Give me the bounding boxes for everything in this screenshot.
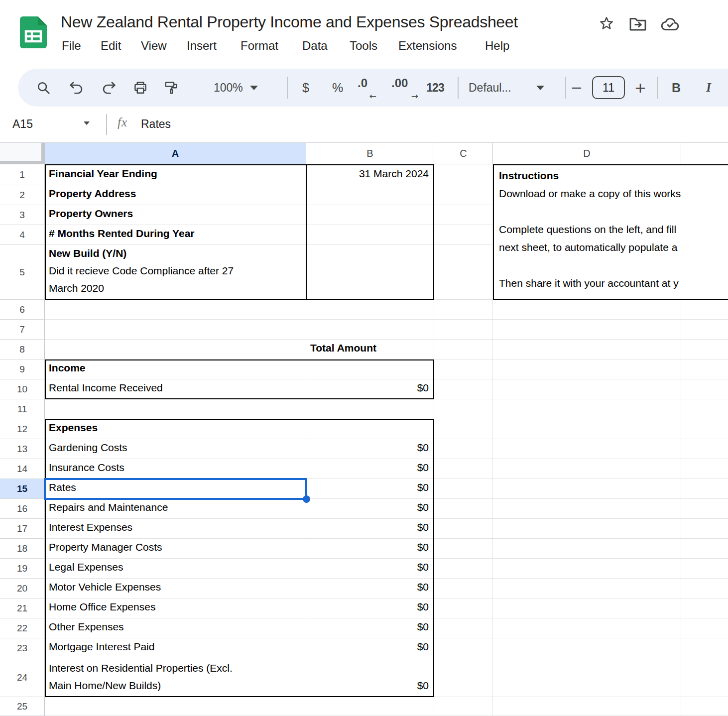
cell-A19[interactable]: Legal Expenses — [45, 559, 306, 579]
font-size-input[interactable]: 11 — [592, 75, 625, 101]
cell-C20[interactable] — [434, 579, 493, 598]
cell-C9[interactable] — [434, 359, 493, 379]
cell-E13[interactable] — [681, 439, 728, 459]
cell-A20[interactable]: Motor Vehicle Expenses — [45, 579, 306, 598]
cell-B8[interactable]: Total Amount — [306, 340, 434, 359]
cell-C3[interactable] — [434, 205, 493, 225]
cell-D11[interactable] — [493, 399, 681, 419]
menu-item-help[interactable]: Help — [485, 39, 509, 53]
cell-A22[interactable]: Other Expenses — [45, 618, 306, 638]
cell-A11[interactable] — [45, 399, 306, 419]
bold-button[interactable]: B — [672, 75, 681, 101]
cell-A13[interactable]: Gardening Costs — [45, 439, 306, 459]
cell-D6[interactable] — [493, 300, 681, 320]
cell-C24[interactable] — [434, 658, 493, 697]
row-header-6[interactable]: 6 — [0, 300, 45, 320]
cell-A1[interactable]: Financial Year Ending — [45, 164, 306, 185]
menu-item-extensions[interactable]: Extensions — [398, 39, 457, 53]
menu-item-format[interactable]: Format — [241, 39, 278, 53]
row-header-23[interactable]: 23 — [0, 638, 45, 658]
menu-item-tools[interactable]: Tools — [350, 39, 377, 53]
cell-C11[interactable] — [434, 399, 493, 419]
cell-E10[interactable] — [681, 379, 728, 399]
cell-B23[interactable]: $0 — [306, 638, 434, 658]
cell-B18[interactable]: $0 — [306, 539, 434, 559]
cell-B12[interactable] — [306, 419, 434, 439]
cell-B21[interactable]: $0 — [306, 598, 434, 618]
cell-C14[interactable] — [434, 459, 493, 479]
menu-item-view[interactable]: View — [141, 39, 167, 53]
column-header-C[interactable]: C — [434, 143, 493, 164]
row-header-10[interactable]: 10 — [0, 379, 45, 399]
cell-B13[interactable]: $0 — [306, 439, 434, 459]
cell-B14[interactable]: $0 — [306, 459, 434, 479]
cell-A14[interactable]: Insurance Costs — [45, 459, 306, 479]
cell-D18[interactable] — [493, 539, 681, 559]
decrease-font-size-button[interactable]: − — [571, 75, 583, 101]
row-header-1[interactable]: 1 — [0, 164, 45, 185]
cell-D21[interactable] — [493, 598, 681, 618]
cell-E15[interactable] — [681, 479, 728, 499]
cell-D20[interactable] — [493, 579, 681, 598]
menu-item-data[interactable]: Data — [302, 39, 328, 53]
font-style-selector[interactable]: Defaul... — [469, 75, 544, 101]
name-box[interactable]: A15 — [12, 118, 33, 131]
cell-E18[interactable] — [681, 539, 728, 559]
formula-input[interactable]: Rates — [141, 118, 171, 131]
cell-C25[interactable] — [434, 697, 493, 716]
row-header-4[interactable]: 4 — [0, 225, 45, 245]
print-button[interactable] — [133, 75, 148, 101]
cell-C18[interactable] — [434, 539, 493, 559]
cell-A8[interactable] — [45, 340, 306, 359]
cell-A9[interactable]: Income — [45, 359, 306, 379]
cell-C19[interactable] — [434, 559, 493, 579]
cell-D9[interactable] — [493, 359, 681, 379]
cell-C17[interactable] — [434, 519, 493, 539]
cell-D7[interactable] — [493, 320, 681, 340]
cell-E22[interactable] — [681, 618, 728, 638]
cell-C7[interactable] — [434, 320, 493, 340]
format-as-currency-button[interactable]: $ — [302, 75, 309, 101]
cell-C2[interactable] — [434, 185, 493, 205]
cell-B15[interactable]: $0 — [306, 479, 434, 499]
row-header-16[interactable]: 16 — [0, 499, 45, 519]
menu-item-edit[interactable]: Edit — [101, 39, 121, 53]
cell-B19[interactable]: $0 — [306, 559, 434, 579]
menu-item-insert[interactable]: Insert — [187, 39, 217, 53]
cell-E17[interactable] — [681, 519, 728, 539]
cell-E6[interactable] — [681, 300, 728, 320]
cell-E9[interactable] — [681, 359, 728, 379]
cell-A15[interactable]: Rates — [45, 479, 306, 499]
cell-E20[interactable] — [681, 579, 728, 598]
cell-A24[interactable]: Interest on Residential Properties (Excl… — [45, 658, 306, 697]
row-header-15[interactable]: 15 — [0, 479, 45, 499]
cell-E19[interactable] — [681, 559, 728, 579]
cell-B3[interactable] — [306, 205, 434, 225]
cell-B6[interactable] — [306, 300, 434, 320]
redo-button[interactable] — [102, 75, 117, 101]
column-header-A[interactable]: A — [45, 143, 306, 164]
menu-item-file[interactable]: File — [62, 39, 81, 53]
cell-D24[interactable] — [493, 658, 681, 697]
cell-D8[interactable] — [493, 340, 681, 359]
cell-C5[interactable] — [434, 245, 493, 300]
row-header-7[interactable]: 7 — [0, 320, 45, 340]
undo-button[interactable] — [69, 75, 84, 101]
cell-D17[interactable] — [493, 519, 681, 539]
cell-D14[interactable] — [493, 459, 681, 479]
cell-B24[interactable]: $0 — [306, 658, 434, 697]
cell-C1[interactable] — [434, 164, 493, 185]
cell-C12[interactable] — [434, 419, 493, 439]
cell-A5[interactable]: New Build (Y/N)Did it recieve Code Compl… — [45, 245, 306, 300]
cell-C16[interactable] — [434, 499, 493, 519]
row-header-8[interactable]: 8 — [0, 340, 45, 359]
row-header-13[interactable]: 13 — [0, 439, 45, 459]
cell-C6[interactable] — [434, 300, 493, 320]
cell-A12[interactable]: Expenses — [45, 419, 306, 439]
row-header-17[interactable]: 17 — [0, 519, 45, 539]
row-header-5[interactable]: 5 — [0, 245, 45, 300]
cell-D15[interactable] — [493, 479, 681, 499]
cell-B17[interactable]: $0 — [306, 519, 434, 539]
row-header-21[interactable]: 21 — [0, 598, 45, 618]
cell-C15[interactable] — [434, 479, 493, 499]
